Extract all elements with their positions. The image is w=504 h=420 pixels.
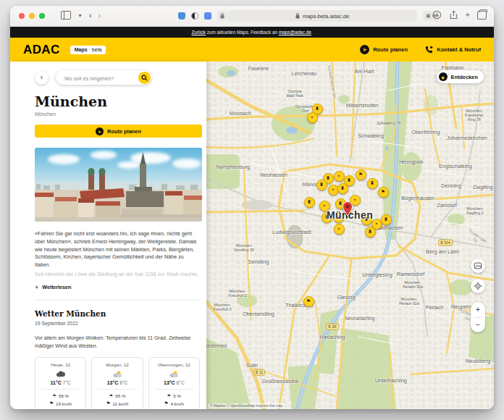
search-button[interactable] (138, 72, 151, 84)
traffic-lights (19, 13, 45, 19)
weather-date: 19 September 2022 (35, 321, 202, 326)
weather-card-tomorrow: Morgen, 12 13°C 8°C ☂65 % ⚑11 km/h (91, 357, 143, 409)
share-icon[interactable] (449, 10, 458, 20)
adac-logo[interactable]: ADAC (23, 43, 60, 57)
place-description: «Fahren Sie gar nicht erst woanders hin,… (35, 230, 200, 269)
beta-banner: Zurück zum aktuellen Maps. Feedback an m… (10, 27, 494, 38)
poi-pin[interactable]: ♜ (316, 180, 327, 190)
poi-pin[interactable]: ♜ (361, 214, 372, 225)
locate-me-button[interactable] (471, 279, 485, 293)
tab-overview-icon[interactable] (477, 11, 487, 20)
place-sidebar: ‹ München München ➤ Route planen (10, 62, 206, 409)
download-icon[interactable] (432, 10, 442, 20)
maps-beta-badge: Maps · beta (70, 46, 106, 54)
poi-pin[interactable]: ⚑ (378, 187, 389, 198)
poi-pin[interactable]: ⚑ (303, 296, 314, 307)
poi-pin[interactable]: ▪ (334, 224, 345, 235)
extension-shield-icon[interactable] (178, 12, 185, 20)
mountain-icon (474, 261, 482, 270)
target-icon (474, 282, 482, 290)
umbrella-icon: ☂ (109, 392, 114, 400)
weather-cards: Heute, 12 11°C 7°C ☂56 % ⚑19 km/h Morgen… (35, 357, 200, 409)
entdecken-button[interactable]: ◆ Entdecken (437, 70, 484, 83)
back-button[interactable]: ‹ (35, 71, 49, 85)
chevron-down-icon[interactable]: ▼ (77, 13, 83, 18)
poi-pin[interactable]: ▪ (307, 112, 318, 123)
read-more-link[interactable]: + Weiterlesen (35, 284, 202, 291)
route-planen-button[interactable]: ➤ Route planen (35, 125, 202, 138)
weather-title: Wetter München (35, 309, 202, 318)
zoom-out-button[interactable]: − (471, 318, 485, 333)
poi-pin[interactable]: ▪ (334, 171, 345, 182)
search-input[interactable] (63, 70, 131, 86)
compass-icon: ◆ (439, 72, 448, 81)
route-planen-header-button[interactable]: ➤ Route planen (360, 45, 408, 54)
poi-pin[interactable]: ♜ (381, 214, 392, 225)
url-text: maps-beta.adac.de (303, 13, 349, 20)
wind-icon: ⚑ (49, 400, 54, 408)
phone-icon (425, 46, 433, 54)
section-divider (35, 300, 200, 301)
poi-pin[interactable]: ♜ (322, 212, 332, 223)
adac-header: ADAC Maps · beta ➤ Route planen Kontakt … (10, 38, 494, 62)
poi-pin[interactable]: ♜ (304, 197, 315, 208)
address-bar[interactable]: maps-beta.adac.de (227, 10, 417, 22)
sidebar-toggle-icon[interactable] (61, 11, 71, 20)
page-subtitle: München (35, 112, 202, 117)
zoom-control: + − (471, 302, 485, 332)
browser-chrome: ▼ ‹ › maps-beta.adac.de ▣ ⊕ + (10, 6, 494, 27)
zoom-in-button[interactable]: + (471, 302, 485, 317)
back-nav-button[interactable]: ‹ (89, 10, 92, 20)
sun-cloud-icon (92, 369, 142, 379)
umbrella-icon: ☂ (167, 392, 172, 400)
plus-icon: + (35, 284, 38, 291)
new-tab-button[interactable]: + (466, 10, 470, 20)
center-pin[interactable] (342, 201, 353, 217)
page-title: München (35, 93, 202, 109)
city-photo (35, 148, 202, 222)
forward-nav-button[interactable]: › (98, 10, 101, 20)
search-bar (56, 70, 151, 85)
zoom-window-button[interactable] (39, 13, 45, 19)
poi-pin[interactable]: ♜ (337, 183, 348, 194)
weather-summary: Vor allem am Morgen Wolken. Temperaturen… (35, 335, 200, 350)
weather-card-today: Heute, 12 11°C 7°C ☂56 % ⚑19 km/h (35, 357, 86, 409)
lock-icon (295, 13, 300, 19)
route-icon: ➤ (96, 127, 104, 135)
sun-cloud-icon (149, 369, 199, 379)
close-window-button[interactable] (19, 13, 25, 19)
wind-icon: ⚑ (106, 400, 111, 408)
extension-pill[interactable] (217, 11, 227, 21)
map-style-button[interactable] (471, 259, 485, 273)
weather-card-day-after: Übermorgen, 12 13°C 6°C ☂5 % ⚑4 km/h (148, 357, 200, 409)
umbrella-icon: ☂ (52, 392, 56, 400)
map-attribution[interactable]: © Mapbox © OpenStreetMap Improve this ma… (208, 403, 285, 408)
cloud-icon (35, 369, 85, 379)
kontakt-notruf-button[interactable]: Kontakt & Notruf (425, 46, 481, 54)
map-canvas[interactable]: FasanerieLerchenauAm HartFreimannMoosach… (206, 62, 494, 409)
poi-pin[interactable]: ♜ (365, 227, 376, 238)
back-to-maps-link[interactable]: Zurück (191, 30, 206, 35)
poi-pin[interactable]: ▪ (319, 201, 330, 211)
feedback-mail-link[interactable]: maps@adac.de (279, 30, 311, 35)
browser-window: ▼ ‹ › maps-beta.adac.de ▣ ⊕ + Zurück zum… (10, 6, 494, 409)
minimize-window-button[interactable] (29, 13, 35, 19)
poi-pin[interactable]: ♜ (367, 178, 378, 189)
extension-contrast-icon[interactable] (191, 12, 198, 20)
poi-pin[interactable]: ⚑ (356, 169, 366, 180)
place-description-faded: Seit Heinrich der Löwe die Siedlung an d… (35, 271, 200, 278)
search-icon (141, 75, 148, 81)
wind-icon: ⚑ (164, 400, 169, 408)
extension-blue-icon[interactable] (204, 12, 211, 20)
route-icon: ➤ (360, 45, 369, 54)
